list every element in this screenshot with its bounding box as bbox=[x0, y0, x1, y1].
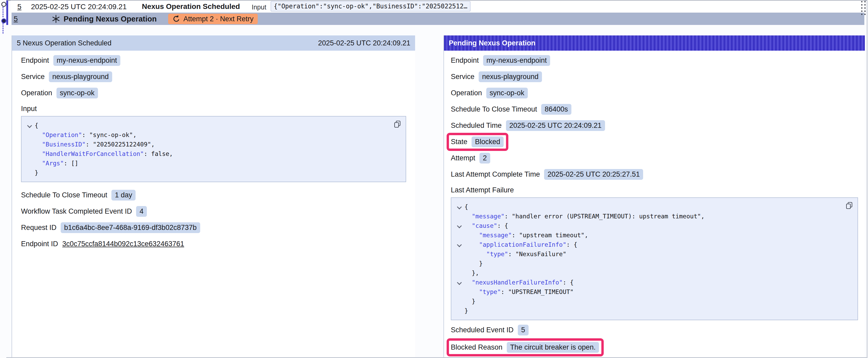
field-row: Schedule To Close Timeout 86400s bbox=[451, 103, 858, 115]
field-row: Workflow Task Completed Event ID 4 bbox=[21, 205, 406, 217]
field-row: Scheduled Time 2025-02-25 UTC 20:24:09.2… bbox=[451, 120, 858, 131]
pending-operation-panel: Pending Nexus Operation Endpoint my-nexu… bbox=[443, 35, 865, 357]
code-line: "Args": [] bbox=[24, 159, 401, 168]
field-value-chip: nexus-playground bbox=[479, 71, 542, 82]
event-group-indicator-bar bbox=[6, 1, 8, 25]
field-label: Schedule To Close Timeout bbox=[21, 191, 107, 199]
state-annotation-box: State Blocked bbox=[451, 136, 504, 147]
retry-icon bbox=[172, 15, 180, 23]
field-value-chip: 2025-02-25 UTC 20:24:09.21 bbox=[506, 120, 605, 131]
event-timestamp: 2025-02-25 UTC 20:24:09.21 bbox=[31, 3, 127, 11]
event-id-link[interactable]: 5 bbox=[17, 3, 22, 11]
event-history-view: 5 2025-02-25 UTC 20:24:09.21 Nexus Opera… bbox=[0, 0, 868, 358]
field-value-chip: 2025-02-25 UTC 20:25:27.51 bbox=[544, 169, 643, 180]
code-line: "message": "upstream timeout", bbox=[454, 230, 853, 240]
field-label: Endpoint bbox=[451, 57, 479, 65]
field-row: Service nexus-playground bbox=[21, 71, 406, 83]
timeline-open-circle-icon bbox=[1, 2, 6, 7]
panel-title: 5 Nexus Operation Scheduled bbox=[17, 39, 112, 47]
code-line: } bbox=[454, 306, 853, 316]
field-value-chip: my-nexus-endpoint bbox=[483, 55, 550, 66]
copy-icon[interactable] bbox=[845, 202, 853, 210]
drag-handle-icon[interactable] bbox=[861, 1, 866, 15]
scheduled-event-id-row: Scheduled Event ID 5 bbox=[451, 324, 858, 336]
retry-badge[interactable]: Attempt 2 · Next Retry bbox=[168, 14, 258, 24]
field-value-chip: 86400s bbox=[541, 104, 571, 115]
state-value-chip: Blocked bbox=[471, 136, 504, 147]
field-label: Endpoint ID bbox=[21, 240, 58, 248]
event-input-label: Input bbox=[252, 3, 267, 11]
asterisk-icon bbox=[52, 14, 60, 24]
field-row: Operation sync-op-ok bbox=[451, 87, 858, 99]
code-line: "type": "NexusFailure" bbox=[454, 249, 853, 259]
blocked-reason-row: Blocked Reason The circuit breaker is op… bbox=[451, 341, 858, 353]
code-line: "cause": { bbox=[454, 221, 853, 230]
event-input-preview: {"Operation":"sync-op-ok","BusinessID":"… bbox=[271, 1, 470, 11]
right-edge-border bbox=[867, 0, 867, 358]
field-label: Scheduled Time bbox=[451, 122, 502, 130]
field-row: Request ID b1c6a4bc-8ee7-468a-9169-df3b0… bbox=[21, 222, 406, 234]
field-value-chip: 1 day bbox=[112, 190, 135, 200]
event-title: Nexus Operation Scheduled bbox=[142, 2, 240, 11]
panel-title: Pending Nexus Operation bbox=[449, 39, 535, 47]
code-line: } bbox=[24, 168, 401, 177]
code-line: { bbox=[24, 121, 401, 130]
collapse-chevron-icon[interactable] bbox=[457, 223, 462, 228]
scheduled-event-panel: 5 Nexus Operation Scheduled 2025-02-25 U… bbox=[11, 35, 415, 357]
state-row: State Blocked bbox=[451, 136, 858, 148]
code-line: { bbox=[454, 202, 853, 211]
event-id-link[interactable]: 5 bbox=[14, 15, 18, 23]
field-row: Last Attempt Complete Time 2025-02-25 UT… bbox=[451, 168, 858, 180]
field-row: Operation sync-op-ok bbox=[21, 87, 406, 99]
failure-section-label: Last Attempt Failure bbox=[451, 186, 858, 194]
field-label: Scheduled Event ID bbox=[451, 326, 514, 334]
field-label: Last Attempt Complete Time bbox=[451, 170, 540, 178]
retry-badge-label: Attempt 2 · Next Retry bbox=[183, 15, 253, 23]
field-row: Service nexus-playground bbox=[451, 71, 858, 83]
field-row: Schedule To Close Timeout 1 day bbox=[21, 189, 406, 201]
collapse-chevron-icon[interactable] bbox=[27, 123, 32, 128]
field-value-chip: nexus-playground bbox=[49, 71, 112, 82]
input-code-block: { "Operation": "sync-op-ok", "BusinessID… bbox=[21, 116, 406, 182]
blocked-reason-annotation-box: Blocked Reason The circuit breaker is op… bbox=[451, 342, 599, 353]
event-row-scheduled[interactable]: 5 2025-02-25 UTC 20:24:09.21 Nexus Opera… bbox=[10, 1, 864, 12]
copy-icon[interactable] bbox=[394, 120, 401, 129]
field-label: Endpoint bbox=[21, 57, 49, 65]
field-label: Workflow Task Completed Event ID bbox=[21, 207, 132, 216]
pending-operation-title: Pending Nexus Operation bbox=[64, 15, 157, 23]
code-line: "nexusHandlerFailureInfo": { bbox=[454, 278, 853, 287]
field-label: Request ID bbox=[21, 224, 57, 232]
code-line: "applicationFailureInfo": { bbox=[454, 240, 853, 249]
endpoint-id-row: Endpoint ID 3c0c75ccfa8144b092c13ce63246… bbox=[21, 238, 406, 250]
code-line: "HandlerWaitForCancellation": false, bbox=[24, 149, 401, 159]
field-value-chip: sync-op-ok bbox=[486, 88, 528, 98]
field-value-chip: 5 bbox=[518, 325, 529, 335]
field-label: State bbox=[451, 138, 467, 146]
scheduled-event-panel-header: 5 Nexus Operation Scheduled 2025-02-25 U… bbox=[12, 35, 415, 51]
field-value-chip: 4 bbox=[136, 206, 147, 217]
timeline-dashed-line bbox=[3, 7, 3, 17]
field-value-chip: my-nexus-endpoint bbox=[53, 55, 121, 66]
field-row: Endpoint my-nexus-endpoint bbox=[21, 54, 406, 66]
field-label: Operation bbox=[451, 89, 482, 97]
failure-code-block: { "message": "handler error (UPSTREAM_TI… bbox=[451, 197, 858, 320]
panel-timestamp: 2025-02-25 UTC 20:24:09.21 bbox=[318, 39, 410, 47]
collapse-chevron-icon[interactable] bbox=[457, 204, 462, 209]
code-line: } bbox=[454, 297, 853, 306]
code-line: "Operation": "sync-op-ok", bbox=[24, 130, 401, 140]
field-label: Service bbox=[21, 73, 45, 81]
field-label: Service bbox=[451, 73, 474, 81]
timeline-dashed-line bbox=[3, 23, 3, 34]
input-section-label: Input bbox=[21, 105, 406, 113]
field-row: Endpoint my-nexus-endpoint bbox=[451, 54, 858, 66]
endpoint-id-link[interactable]: 3c0c75ccfa8144b092c13ce632463761 bbox=[62, 240, 184, 248]
field-label: Blocked Reason bbox=[451, 343, 502, 352]
collapse-chevron-icon[interactable] bbox=[457, 280, 462, 285]
code-line: "message": "handler error (UPSTREAM_TIME… bbox=[454, 211, 853, 221]
collapse-chevron-icon[interactable] bbox=[457, 242, 462, 247]
event-row-pending[interactable]: 5 Pending Nexus Operation Attempt 2 · Ne… bbox=[11, 12, 864, 25]
field-value-chip: sync-op-ok bbox=[57, 88, 98, 98]
field-row: Attempt 2 bbox=[451, 152, 858, 164]
field-label: Attempt bbox=[451, 154, 475, 162]
code-line: } bbox=[454, 259, 853, 268]
